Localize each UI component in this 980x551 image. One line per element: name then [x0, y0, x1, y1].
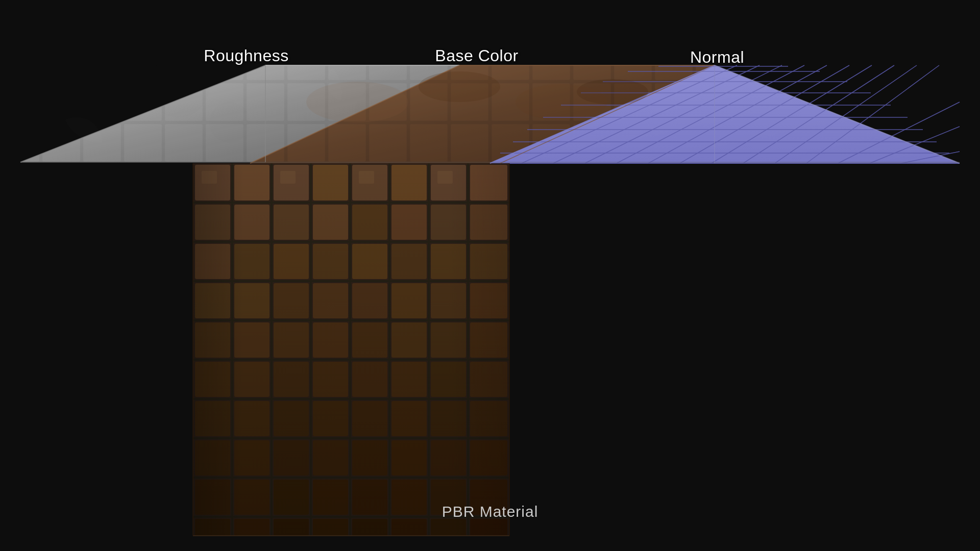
scene-container: // We'll draw all tiles via the SVG inli… — [0, 0, 980, 551]
svg-point-167 — [51, 117, 102, 168]
base-color-label: Base Color — [365, 46, 588, 65]
svg-point-172 — [306, 82, 408, 122]
svg-point-175 — [577, 79, 648, 105]
svg-point-166 — [148, 56, 209, 117]
normal-label: Normal — [589, 48, 846, 67]
pbr-material-label: PBR Material — [442, 503, 538, 520]
svg-rect-148 — [193, 163, 244, 536]
roughness-label: Roughness — [133, 46, 359, 65]
svg-point-173 — [419, 71, 500, 102]
svg-point-168 — [209, 102, 250, 143]
svg-rect-149 — [448, 163, 509, 536]
